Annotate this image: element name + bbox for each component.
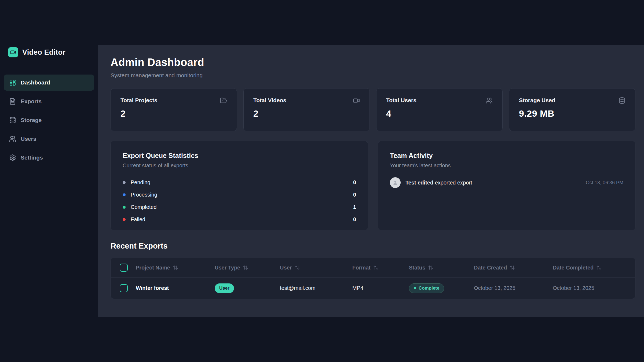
stat-value: 2 — [253, 108, 360, 119]
sidebar: Video Editor Dashboard Exports Storage U… — [0, 0, 98, 362]
stat-value: 4 — [386, 108, 493, 119]
sort-icon — [373, 265, 379, 270]
stat-card-storage-used: Storage Used 9.29 MB — [509, 88, 635, 131]
sidebar-item-dashboard[interactable]: Dashboard — [4, 75, 94, 91]
activity-timestamp: Oct 13, 06:36 PM — [586, 180, 623, 186]
app-title: Video Editor — [22, 48, 65, 57]
database-icon — [619, 97, 625, 104]
page-title: Admin Dashboard — [111, 56, 635, 68]
sidebar-item-settings[interactable]: Settings — [4, 150, 94, 166]
column-header-format[interactable]: Format — [352, 265, 409, 271]
export-queue-title: Export Queue Statistics — [123, 152, 356, 160]
sidebar-item-label: Dashboard — [21, 79, 50, 86]
cell-date-completed: October 13, 2025 — [553, 285, 635, 291]
sidebar-item-users[interactable]: Users — [4, 131, 94, 147]
sidebar-item-storage[interactable]: Storage — [4, 112, 94, 128]
export-queue-card: Export Queue Statistics Current status o… — [111, 141, 368, 230]
sidebar-nav: Dashboard Exports Storage Users Settings — [4, 75, 94, 166]
status-dot — [414, 287, 416, 289]
dashboard-icon — [9, 79, 16, 86]
team-activity-subtitle: Your team's latest actions — [390, 162, 623, 169]
sort-icon — [243, 265, 248, 270]
table-row[interactable]: Winter forest User test@mail.com MP4 Com… — [111, 277, 635, 299]
stat-card-total-videos: Total Videos 2 — [243, 88, 370, 131]
stat-label: Storage Used — [519, 97, 555, 104]
team-activity-card: Team Activity Your team's latest actions… — [378, 141, 635, 230]
sidebar-item-label: Settings — [21, 154, 43, 161]
column-header-status[interactable]: Status — [409, 265, 474, 271]
recent-exports-table: Project Name User Type User Format Statu… — [111, 258, 635, 299]
file-text-icon — [9, 98, 16, 105]
cell-date-created: October 13, 2025 — [474, 285, 553, 291]
column-header-date-completed[interactable]: Date Completed — [553, 265, 635, 271]
sidebar-item-exports[interactable]: Exports — [4, 93, 94, 109]
user-avatar — [390, 177, 401, 188]
row-checkbox[interactable] — [120, 284, 128, 292]
database-icon — [9, 117, 16, 124]
stat-label: Total Users — [386, 97, 416, 104]
cell-project-name: Winter forest — [136, 285, 215, 291]
completed-status-dot — [123, 206, 126, 209]
gear-icon — [9, 154, 16, 161]
sort-icon — [510, 265, 515, 270]
failed-status-dot — [123, 218, 126, 221]
sort-icon — [173, 265, 178, 270]
page-subtitle: System management and monitoring — [111, 72, 635, 79]
activity-text: Test edited exported export — [405, 180, 472, 186]
stats-row: Total Projects 2 Total Videos 2 Total Us… — [111, 88, 635, 131]
user-type-badge: User — [215, 283, 234, 293]
video-camera-icon — [353, 97, 360, 104]
column-header-project-name[interactable]: Project Name — [136, 265, 215, 271]
pending-status-dot — [123, 181, 126, 184]
queue-row-pending: Pending 0 — [123, 176, 356, 189]
queue-row-failed: Failed 0 — [123, 213, 356, 226]
folder-open-icon — [220, 97, 227, 104]
queue-row-processing: Processing 0 — [123, 189, 356, 201]
stat-value: 2 — [120, 108, 227, 119]
queue-row-completed: Completed 1 — [123, 201, 356, 213]
activity-item: Test edited exported export Oct 13, 06:3… — [390, 177, 623, 188]
sort-icon — [294, 265, 300, 270]
processing-status-dot — [123, 193, 126, 196]
cell-format: MP4 — [352, 285, 409, 291]
column-header-user[interactable]: User — [280, 265, 352, 271]
stat-value: 9.29 MB — [519, 108, 625, 119]
table-header-row: Project Name User Type User Format Statu… — [111, 258, 635, 277]
select-all-checkbox[interactable] — [120, 264, 128, 272]
app-logo-row: Video Editor — [8, 47, 98, 57]
sidebar-item-label: Storage — [21, 117, 42, 123]
stat-label: Total Videos — [253, 97, 286, 104]
stat-card-total-users: Total Users 4 — [376, 88, 503, 131]
recent-exports-title: Recent Exports — [111, 242, 635, 250]
column-header-user-type[interactable]: User Type — [215, 265, 280, 271]
column-header-date-created[interactable]: Date Created — [474, 265, 553, 271]
stat-label: Total Projects — [120, 97, 157, 104]
team-activity-title: Team Activity — [390, 152, 623, 160]
users-icon — [486, 97, 493, 104]
main-content: Admin Dashboard System management and mo… — [98, 45, 644, 317]
sort-icon — [596, 265, 602, 270]
status-badge: Complete — [409, 283, 444, 293]
users-icon — [9, 135, 16, 142]
sort-icon — [428, 265, 433, 270]
sidebar-item-label: Exports — [21, 98, 42, 105]
export-queue-subtitle: Current status of all exports — [123, 162, 356, 169]
stat-card-total-projects: Total Projects 2 — [111, 88, 237, 131]
video-camera-logo-icon — [8, 47, 18, 57]
cell-user-email: test@mail.com — [280, 285, 352, 291]
sidebar-item-label: Users — [21, 136, 36, 142]
